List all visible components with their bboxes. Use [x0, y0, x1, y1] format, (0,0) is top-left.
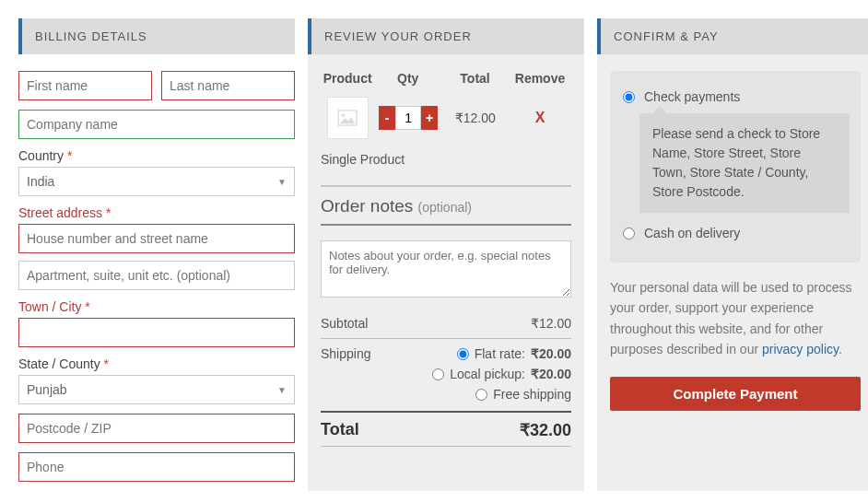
- product-name: Single Product: [321, 152, 571, 167]
- product-image-placeholder: [327, 97, 369, 139]
- pay-check-description: Please send a check to Store Name, Store…: [639, 113, 850, 213]
- cart-header: Product Qty Total Remove: [321, 71, 571, 93]
- col-qty: Qty: [374, 71, 441, 86]
- review-title: REVIEW YOUR ORDER: [308, 18, 584, 54]
- postcode-field[interactable]: [18, 414, 295, 443]
- pay-check-radio[interactable]: [623, 91, 635, 103]
- cart-row: - + ₹12.00 X: [321, 93, 571, 152]
- total-row: Total ₹32.00: [321, 416, 571, 444]
- street1-field[interactable]: [18, 224, 295, 253]
- state-select[interactable]: Punjab ▼: [18, 375, 295, 404]
- subtotal-row: Subtotal ₹12.00: [321, 310, 571, 336]
- pay-column: CONFIRM & PAY Check payments Please send…: [597, 18, 868, 491]
- street2-field[interactable]: [18, 261, 295, 290]
- chevron-down-icon: ▼: [277, 177, 287, 187]
- town-label: Town / City *: [18, 299, 295, 314]
- chevron-down-icon: ▼: [277, 385, 287, 395]
- billing-column: BILLING DETAILS Country * India ▼ Street…: [18, 18, 295, 491]
- col-product: Product: [321, 71, 374, 86]
- state-label: State / County *: [18, 356, 295, 371]
- shipping-flat-radio[interactable]: [457, 348, 469, 360]
- shipping-local-option[interactable]: Local pickup: ₹20.00: [432, 367, 571, 381]
- country-label: Country *: [18, 148, 295, 163]
- company-field[interactable]: [18, 110, 295, 139]
- col-remove: Remove: [509, 71, 571, 86]
- shipping-local-radio[interactable]: [432, 368, 444, 380]
- first-name-field[interactable]: [18, 71, 152, 100]
- town-field[interactable]: [18, 318, 295, 347]
- pay-title: CONFIRM & PAY: [597, 18, 868, 54]
- qty-minus-button[interactable]: -: [379, 106, 395, 130]
- order-notes-heading: Order notes (optional): [321, 196, 571, 216]
- line-total: ₹12.00: [441, 111, 509, 125]
- shipping-free-option[interactable]: Free shipping: [432, 387, 571, 402]
- pay-cod-radio[interactable]: [623, 228, 635, 239]
- review-column: REVIEW YOUR ORDER Product Qty Total Remo…: [308, 18, 584, 491]
- pay-cod-option[interactable]: Cash on delivery: [623, 226, 848, 240]
- qty-input[interactable]: [395, 106, 421, 130]
- street-label: Street address *: [18, 205, 295, 220]
- privacy-text: Your personal data will be used to proce…: [610, 277, 861, 360]
- order-notes-textarea[interactable]: [321, 240, 571, 298]
- shipping-flat-option[interactable]: Flat rate: ₹20.00: [432, 346, 571, 361]
- qty-plus-button[interactable]: +: [421, 106, 438, 130]
- country-select[interactable]: India ▼: [18, 167, 295, 196]
- billing-title: BILLING DETAILS: [18, 18, 295, 54]
- remove-button[interactable]: X: [509, 110, 571, 126]
- svg-point-1: [342, 114, 346, 118]
- last-name-field[interactable]: [161, 71, 295, 100]
- shipping-free-radio[interactable]: [475, 389, 487, 401]
- privacy-policy-link[interactable]: privacy policy: [762, 342, 839, 356]
- payment-methods: Check payments Please send a check to St…: [610, 71, 861, 263]
- checkout-layout: BILLING DETAILS Country * India ▼ Street…: [18, 18, 868, 491]
- col-total: Total: [441, 71, 509, 86]
- complete-payment-button[interactable]: Complete Payment: [610, 377, 861, 411]
- image-icon: [337, 110, 358, 126]
- pay-check-option[interactable]: Check payments: [623, 89, 848, 104]
- shipping-row: Shipping Flat rate: ₹20.00 Local pickup:…: [321, 341, 571, 407]
- phone-field[interactable]: [18, 452, 295, 482]
